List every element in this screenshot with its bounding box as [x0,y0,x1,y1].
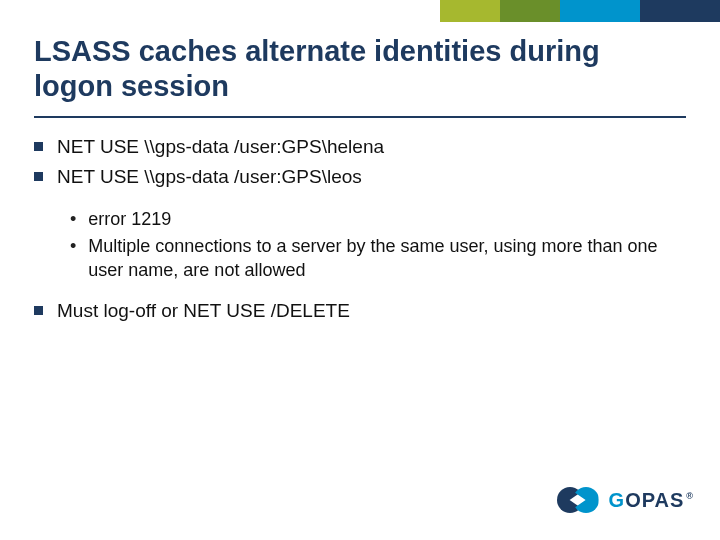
logo-letter-g: G [609,489,626,511]
accent-block-green [500,0,560,22]
top-accent-bar [440,0,720,22]
logo-mark-icon [557,482,603,518]
bullet-text: NET USE \\gps-data /user:GPS\helena [57,134,384,160]
square-bullet-icon [34,306,43,315]
bullet-text: Must log-off or NET USE /DELETE [57,298,350,324]
bullet-level2: • Multiple connections to a server by th… [70,234,686,283]
accent-block-navy [640,0,720,22]
bullet-text: Multiple connections to a server by the … [88,234,686,283]
registered-icon: ® [686,491,694,501]
dot-bullet-icon: • [70,234,76,283]
bullet-text: NET USE \\gps-data /user:GPS\leos [57,164,362,190]
square-bullet-icon [34,172,43,181]
logo-letters-opas: OPAS [625,489,684,511]
bullet-text: error 1219 [88,207,171,231]
logo-text: GOPAS® [609,489,692,512]
accent-block-cyan [560,0,640,22]
bullet-level1: Must log-off or NET USE /DELETE [34,298,686,324]
title-underline [34,116,686,118]
bullet-level1: NET USE \\gps-data /user:GPS\helena [34,134,686,160]
bullet-level2: • error 1219 [70,207,686,231]
logo-shape-right [573,487,599,513]
slide: LSASS caches alternate identities during… [0,0,720,540]
accent-block-lime [440,0,500,22]
square-bullet-icon [34,142,43,151]
gopas-logo: GOPAS® [557,482,692,518]
slide-title: LSASS caches alternate identities during… [34,34,686,104]
bullet-level1: NET USE \\gps-data /user:GPS\leos [34,164,686,190]
dot-bullet-icon: • [70,207,76,231]
body-content: NET USE \\gps-data /user:GPS\helena NET … [34,134,686,328]
